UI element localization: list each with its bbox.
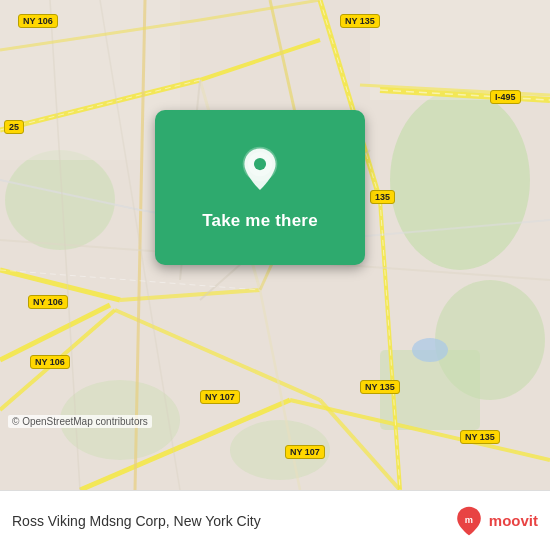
popup-card[interactable]: Take me there xyxy=(155,110,365,265)
road-label-ny106-bl2: NY 106 xyxy=(30,355,70,369)
map-container: NY 106 NY 135 25 I-495 135 NY 106 NY 106… xyxy=(0,0,550,490)
bottom-bar: Ross Viking Mdsng Corp, New York City m … xyxy=(0,490,550,550)
road-label-ny135-tr: NY 135 xyxy=(340,14,380,28)
location-pin-icon xyxy=(234,145,286,197)
road-label-i495-mr: I-495 xyxy=(490,90,521,104)
location-name: Ross Viking Mdsng Corp, New York City xyxy=(12,513,261,529)
moovit-icon: m xyxy=(453,505,485,537)
svg-point-43 xyxy=(412,338,448,362)
take-me-there-button[interactable]: Take me there xyxy=(202,211,318,231)
moovit-logo: m moovit xyxy=(453,505,538,537)
svg-rect-8 xyxy=(370,0,550,100)
road-label-135-mr: 135 xyxy=(370,190,395,204)
svg-point-1 xyxy=(390,90,530,270)
road-label-ny135-br: NY 135 xyxy=(360,380,400,394)
road-label-ny106-bl1: NY 106 xyxy=(28,295,68,309)
svg-point-46 xyxy=(254,158,266,170)
road-label-ny107-bm2: NY 107 xyxy=(285,445,325,459)
road-label-ny106-tl: NY 106 xyxy=(18,14,58,28)
map-attribution: © OpenStreetMap contributors xyxy=(8,415,152,428)
road-label-25-ml: 25 xyxy=(4,120,24,134)
moovit-text: moovit xyxy=(489,512,538,529)
road-label-ny107-bm: NY 107 xyxy=(200,390,240,404)
svg-text:m: m xyxy=(465,514,473,524)
road-label-ny135-br2: NY 135 xyxy=(460,430,500,444)
